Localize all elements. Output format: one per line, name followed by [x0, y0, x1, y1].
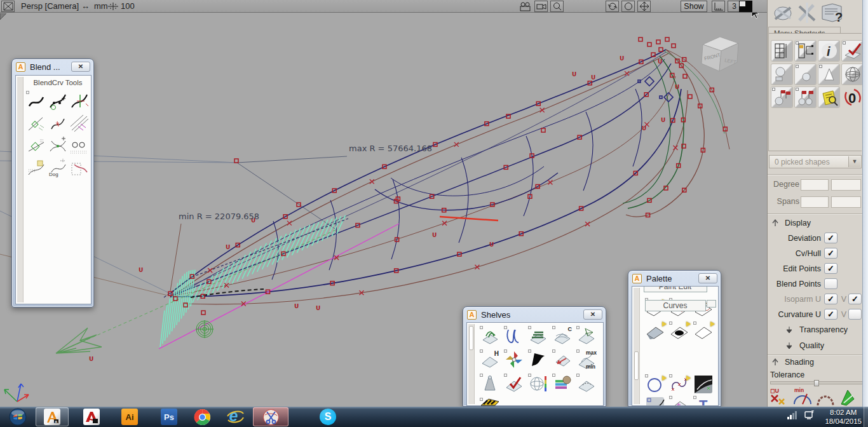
shelf-tool-wire-sphere[interactable] — [528, 374, 548, 394]
help-book-icon[interactable]: ? — [820, 1, 843, 25]
blend-scrollbar[interactable] — [17, 77, 24, 302]
blend-tool-intersect[interactable] — [48, 136, 68, 156]
pivot-tool-icon[interactable] — [771, 1, 794, 25]
display-section-header[interactable]: Display — [771, 219, 811, 227]
shelf-tool-pinwheel[interactable] — [504, 349, 524, 370]
edit-points-checkbox[interactable] — [824, 263, 837, 274]
shelf-tool-max-min[interactable]: max min — [576, 349, 597, 370]
blend-close-button[interactable]: ✕ — [71, 62, 90, 72]
curves-tool-edit-pt-curve[interactable] — [669, 374, 689, 395]
curves-tool-circle[interactable] — [645, 374, 665, 395]
curves-tool-text[interactable]: T — [693, 396, 714, 406]
blend-tool-project[interactable] — [26, 114, 46, 134]
shelf-tool-layers[interactable] — [528, 326, 548, 346]
blend-tool-circles[interactable] — [69, 136, 90, 156]
palette-window[interactable]: A Palette ✕ Paint Edit — [628, 270, 721, 407]
shortcut-flags-spheres-icon[interactable] — [795, 87, 816, 107]
shelves-scrollbar[interactable] — [468, 324, 475, 404]
snap-tools-icon[interactable] — [796, 1, 818, 25]
taskbar-skype-button[interactable]: S — [311, 407, 344, 426]
blend-tool-constrain[interactable] — [69, 91, 90, 111]
shelf-tool-u-curves[interactable] — [504, 326, 524, 346]
curves-tool-curve-on-surface[interactable] — [693, 374, 714, 395]
palette-close-button[interactable]: ✕ — [698, 273, 717, 283]
shortcut-info-icon[interactable]: i — [818, 41, 839, 61]
shortcut-globe-icon[interactable] — [842, 64, 863, 85]
shelf-tool-black-flag[interactable] — [528, 349, 548, 370]
shelf-tool-dashed[interactable] — [576, 374, 597, 394]
window-corner-toggle[interactable] — [739, 1, 752, 12]
taskbar-alias-button[interactable]: A — [36, 407, 69, 426]
blend-tool-dog[interactable]: Dog — [48, 158, 68, 179]
shortcut-scheme-icon[interactable] — [795, 41, 816, 61]
shortcut-cone-icon[interactable] — [818, 64, 839, 85]
system-tray[interactable] — [787, 410, 815, 419]
quality-section[interactable]: Quality — [785, 341, 824, 350]
shelf-tool-red-arrow[interactable] — [552, 349, 573, 370]
blend-tool-edit-curve[interactable] — [48, 91, 68, 111]
palette-scrollbar[interactable] — [634, 288, 640, 404]
section-curves[interactable]: Curves — [645, 300, 706, 311]
degree-input-2[interactable] — [831, 179, 861, 191]
curvature-u-checkbox[interactable] — [824, 309, 837, 320]
shelf-tool-c[interactable]: C — [552, 326, 573, 346]
view-name-label[interactable]: Persp [Camera] — [21, 1, 79, 11]
shortcut-flag-sphere-icon[interactable] — [771, 87, 792, 107]
blend-tool-new-curve[interactable] — [26, 91, 46, 111]
shelf-tool-cone[interactable] — [480, 374, 500, 394]
start-button[interactable] — [1, 407, 34, 426]
taskbar-illustrator-button[interactable]: Ai — [113, 407, 146, 426]
taskbar-chrome-button[interactable] — [186, 407, 219, 426]
grid-size-value[interactable]: 100 — [121, 1, 135, 11]
shelf-tool-mesh[interactable] — [576, 326, 597, 346]
viewport-menu-box[interactable] — [1, 1, 15, 12]
shortcut-inspect-icon[interactable] — [818, 87, 839, 107]
tolerance-slider-thumb[interactable] — [814, 380, 819, 386]
zoom-tool-icon[interactable] — [550, 1, 564, 12]
spans-input-2[interactable] — [831, 196, 861, 208]
curvature-v-checkbox[interactable] — [848, 309, 862, 320]
show-desktop-button[interactable] — [864, 407, 868, 427]
degree-input-1[interactable] — [801, 179, 829, 191]
camcorder-icon[interactable] — [534, 1, 548, 12]
shortcut-sphere-a-icon[interactable] — [771, 64, 792, 85]
isoparm-v-checkbox[interactable] — [848, 294, 862, 304]
action-center-icon[interactable] — [804, 410, 815, 419]
blend-tool-symmetry[interactable] — [26, 136, 46, 156]
shelves-close-button[interactable]: ✕ — [583, 309, 602, 320]
tolerance-slider[interactable] — [770, 381, 863, 384]
green-brush-icon[interactable] — [837, 386, 859, 407]
blend-tool-hatch[interactable] — [69, 114, 90, 134]
spans-input-1[interactable] — [801, 196, 829, 208]
shelves-window[interactable]: A Shelves ✕ C — [463, 306, 606, 407]
blend-tool-surface[interactable] — [26, 158, 46, 179]
taskbar-autocad-button[interactable] — [75, 407, 108, 426]
shading-section-header[interactable]: Shading — [771, 358, 814, 367]
pane-split-widget[interactable] — [0, 13, 7, 20]
viewport-canvas[interactable]: UUUUUUUUUUUUUUU FRONT LEFT — [0, 0, 868, 407]
taskbar-clock[interactable]: 8:02 AM 18/04/2015 — [825, 408, 862, 426]
shelves-window-titlebar[interactable]: A Shelves ✕ — [463, 307, 606, 322]
arch-tool-icon[interactable] — [815, 386, 836, 407]
blend-tool-modify[interactable] — [48, 114, 68, 134]
paint-tool-plane[interactable] — [693, 322, 714, 342]
shelf-tool-material[interactable] — [552, 374, 573, 394]
blend-window[interactable]: A Blend ... ✕ BlendCrv Tools — [11, 58, 94, 308]
paint-tool-metal-plane[interactable] — [645, 322, 665, 342]
unfold-tool-icon[interactable]: ◻U — [769, 386, 790, 407]
view-cube[interactable]: FRONT LEFT — [702, 37, 738, 71]
cvhull-checkbox[interactable] — [824, 248, 837, 259]
palette-window-titlebar[interactable]: A Palette ✕ — [628, 271, 721, 286]
taskbar-ie-button[interactable]: e — [219, 407, 252, 426]
paint-tool-ellipse[interactable] — [669, 322, 689, 342]
transparency-section[interactable]: Transparency — [785, 325, 848, 334]
green-arrow-manipulator[interactable] — [56, 328, 102, 353]
min-gauge-icon[interactable]: min — [792, 386, 813, 407]
camera-icon[interactable] — [519, 1, 532, 12]
blend-tool-trim[interactable] — [69, 158, 90, 179]
shelf-tool-check[interactable] — [504, 374, 524, 394]
curves-tool-cv-curve[interactable] — [645, 396, 665, 406]
curves-tool-add-points[interactable] — [669, 396, 689, 406]
look-at-icon[interactable] — [621, 1, 635, 12]
shortcut-windows-icon[interactable] — [771, 41, 792, 61]
